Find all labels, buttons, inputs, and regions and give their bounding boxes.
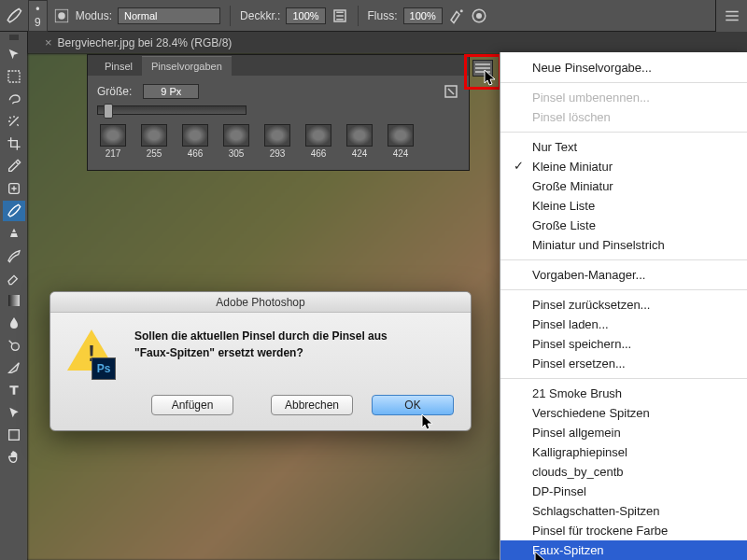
menu-item[interactable]: Große Liste	[500, 216, 747, 235]
type-tool[interactable]	[3, 380, 25, 400]
cursor-arrow-icon	[534, 551, 547, 560]
tablet-pressure-icon[interactable]	[471, 7, 487, 24]
menu-item[interactable]: Pinsel ersetzen...	[500, 354, 747, 373]
svg-rect-13	[8, 430, 19, 441]
brush-preset-thumb[interactable]: 424	[385, 124, 416, 159]
lasso-tool[interactable]	[3, 89, 25, 109]
menu-item[interactable]: Kleine Liste	[500, 196, 747, 216]
dialog-message: Sollen die aktuellen Pinsel durch die Pi…	[134, 328, 388, 380]
brush-size-label: Größe:	[97, 85, 132, 98]
svg-rect-8	[726, 20, 739, 21]
svg-point-1	[58, 12, 65, 20]
cursor-arrow-icon	[421, 413, 434, 430]
brush-size-input[interactable]	[143, 84, 199, 99]
svg-rect-11	[8, 295, 20, 306]
panel-grip-icon[interactable]	[9, 35, 19, 40]
document-tab[interactable]: Bergviecher.jpg bei 28.4% (RGB/8)	[58, 36, 233, 49]
brush-preset-thumb[interactable]: 217	[97, 124, 129, 159]
brush-preset-thumb[interactable]: 466	[179, 124, 211, 159]
brush-panel-flyout-menu: Neue Pinselvorgabe...Pinsel umbenennen..…	[500, 52, 747, 560]
brush-size-preview[interactable]: •9	[28, 0, 48, 32]
new-preset-icon[interactable]	[443, 83, 459, 100]
hand-tool[interactable]	[3, 447, 25, 468]
flow-value[interactable]: 100%	[403, 7, 443, 24]
menu-item[interactable]: Pinsel zurücksetzen...	[500, 295, 747, 315]
menu-item[interactable]: Nur Text	[500, 137, 747, 157]
brush-preset-thumb[interactable]: 255	[138, 124, 170, 159]
gradient-tool[interactable]	[3, 290, 25, 311]
brush-tool[interactable]	[3, 201, 25, 221]
brush-presets-panel: Pinsel Pinselvorgaben Größe: 21725546630…	[87, 54, 470, 171]
menu-item: Pinsel umbenennen...	[500, 88, 747, 107]
append-button[interactable]: Anfügen	[151, 395, 233, 415]
magic-wand-tool[interactable]	[3, 111, 25, 132]
opacity-value[interactable]: 100%	[286, 7, 325, 24]
svg-rect-15	[475, 63, 490, 64]
dodge-tool[interactable]	[3, 335, 25, 356]
close-document-icon[interactable]: ×	[45, 35, 52, 49]
pen-tool[interactable]	[3, 357, 25, 378]
brush-preset-thumb[interactable]: 305	[220, 124, 252, 159]
menu-item: Pinsel löschen	[500, 107, 747, 127]
right-panel-toggle[interactable]	[715, 0, 747, 32]
crop-tool[interactable]	[3, 133, 25, 154]
path-selection-tool[interactable]	[3, 402, 25, 423]
menu-item[interactable]: Pinsel allgemein	[500, 423, 747, 442]
svg-rect-6	[726, 11, 739, 13]
menu-item[interactable]: Vorgaben-Manager...	[500, 265, 747, 285]
opacity-pressure-icon[interactable]	[331, 7, 348, 24]
dialog-title: Adobe Photoshop	[50, 292, 471, 313]
history-brush-tool[interactable]	[3, 245, 25, 266]
svg-point-5	[476, 13, 481, 18]
svg-rect-9	[8, 71, 20, 82]
brush-tool-icon	[6, 7, 22, 24]
replace-brushes-dialog: Adobe Photoshop ! Ps Sollen die aktuelle…	[49, 291, 472, 431]
svg-rect-7	[726, 15, 739, 17]
brush-size-slider[interactable]	[97, 105, 247, 115]
blur-tool[interactable]	[3, 313, 25, 333]
move-tool[interactable]	[3, 44, 25, 64]
photoshop-badge: Ps	[92, 357, 116, 380]
menu-item[interactable]: Große Miniatur	[500, 176, 747, 196]
menu-item[interactable]: Pinsel speichern...	[500, 334, 747, 354]
brush-preset-thumb[interactable]: 293	[261, 124, 293, 159]
ok-button[interactable]: OK	[372, 395, 454, 415]
tab-brush-presets[interactable]: Pinselvorgaben	[142, 56, 232, 76]
eraser-tool[interactable]	[3, 268, 25, 288]
menu-item[interactable]: Pinsel für trockene Farbe	[500, 521, 747, 540]
flow-label: Fluss:	[368, 9, 398, 22]
options-bar: •9 Modus: Normal Deckkr.: 100% Fluss: 10…	[0, 0, 747, 32]
menu-item[interactable]: 21 Smoke Brush	[500, 384, 747, 403]
menu-item[interactable]: Pinsel laden...	[500, 315, 747, 334]
cursor-arrow-icon	[484, 69, 497, 86]
brush-panel-toggle-icon[interactable]	[53, 7, 70, 24]
healing-brush-tool[interactable]	[3, 178, 25, 199]
menu-item[interactable]: Miniatur und Pinselstrich	[500, 235, 747, 255]
tools-panel	[0, 32, 28, 560]
mode-label: Modus:	[76, 9, 112, 22]
svg-point-3	[460, 10, 462, 12]
opacity-label: Deckkr.:	[240, 9, 280, 22]
menu-item[interactable]: Verschiedene Spitzen	[500, 403, 747, 423]
menu-item[interactable]: Neue Pinselvorgabe...	[500, 58, 747, 77]
clone-stamp-tool[interactable]	[3, 223, 25, 244]
eyedropper-tool[interactable]	[3, 156, 25, 176]
cancel-button[interactable]: Abbrechen	[271, 395, 353, 415]
warning-icon: ! Ps	[67, 328, 120, 380]
brush-preset-thumb[interactable]: 424	[344, 124, 375, 159]
airbrush-icon[interactable]	[448, 7, 465, 24]
menu-item[interactable]: Schlagschatten-Spitzen	[500, 501, 747, 521]
menu-item[interactable]: Kalligraphiepinsel	[500, 442, 747, 462]
document-tab-bar: × Bergviecher.jpg bei 28.4% (RGB/8)	[0, 32, 747, 54]
rectangle-tool[interactable]	[3, 425, 25, 445]
blend-mode-select[interactable]: Normal	[118, 7, 220, 24]
marquee-tool[interactable]	[3, 66, 25, 87]
brush-preset-thumb[interactable]: 466	[303, 124, 334, 159]
menu-item[interactable]: Kleine Miniatur	[500, 157, 747, 176]
menu-item[interactable]: DP-Pinsel	[500, 482, 747, 501]
menu-item[interactable]: clouds_by_centb	[500, 462, 747, 482]
tab-brush[interactable]: Pinsel	[95, 57, 142, 76]
